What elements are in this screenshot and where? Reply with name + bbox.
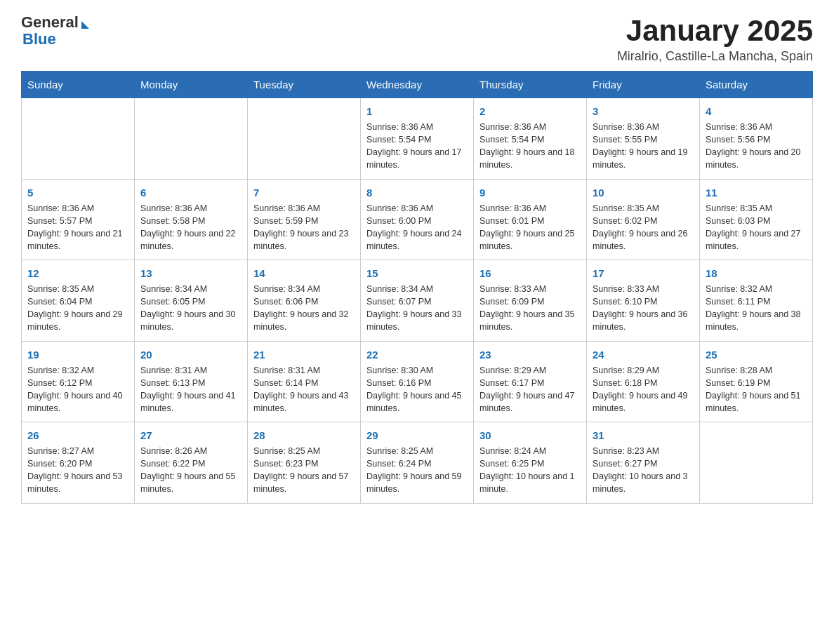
- logo-general-text: General: [21, 14, 79, 31]
- day-cell-4: 4Sunrise: 8:36 AM Sunset: 5:56 PM Daylig…: [700, 98, 813, 180]
- day-number: 3: [593, 104, 694, 119]
- empty-cell: [22, 98, 135, 180]
- day-info: Sunrise: 8:24 AM Sunset: 6:25 PM Dayligh…: [479, 445, 581, 496]
- day-number: 31: [593, 428, 694, 443]
- week-row-2: 5Sunrise: 8:36 AM Sunset: 5:57 PM Daylig…: [22, 179, 813, 260]
- day-cell-15: 15Sunrise: 8:34 AM Sunset: 6:07 PM Dayli…: [361, 260, 474, 342]
- logo-blue-text: Blue: [22, 31, 89, 48]
- header-saturday: Saturday: [700, 72, 813, 98]
- day-number: 14: [253, 266, 355, 281]
- day-cell-30: 30Sunrise: 8:24 AM Sunset: 6:25 PM Dayli…: [474, 422, 587, 504]
- calendar-table: SundayMondayTuesdayWednesdayThursdayFrid…: [21, 71, 813, 504]
- title-block: January 2025 Miralrio, Castille-La Manch…: [617, 14, 813, 64]
- header-monday: Monday: [135, 72, 248, 98]
- day-cell-5: 5Sunrise: 8:36 AM Sunset: 5:57 PM Daylig…: [22, 179, 135, 260]
- day-number: 4: [706, 104, 807, 119]
- day-cell-19: 19Sunrise: 8:32 AM Sunset: 6:12 PM Dayli…: [22, 341, 135, 422]
- day-cell-6: 6Sunrise: 8:36 AM Sunset: 5:58 PM Daylig…: [135, 179, 248, 260]
- day-cell-25: 25Sunrise: 8:28 AM Sunset: 6:19 PM Dayli…: [700, 341, 813, 422]
- empty-cell: [248, 98, 361, 180]
- day-info: Sunrise: 8:36 AM Sunset: 5:56 PM Dayligh…: [706, 121, 807, 172]
- day-number: 19: [27, 347, 128, 362]
- day-info: Sunrise: 8:36 AM Sunset: 5:57 PM Dayligh…: [27, 202, 128, 253]
- day-number: 25: [706, 347, 807, 362]
- day-cell-7: 7Sunrise: 8:36 AM Sunset: 5:59 PM Daylig…: [248, 179, 361, 260]
- week-row-4: 19Sunrise: 8:32 AM Sunset: 6:12 PM Dayli…: [22, 341, 813, 422]
- day-number: 28: [253, 428, 355, 443]
- day-info: Sunrise: 8:29 AM Sunset: 6:18 PM Dayligh…: [593, 364, 694, 415]
- day-number: 16: [479, 266, 581, 281]
- day-number: 1: [366, 104, 468, 119]
- day-number: 8: [366, 185, 468, 200]
- day-number: 10: [593, 185, 694, 200]
- day-cell-27: 27Sunrise: 8:26 AM Sunset: 6:22 PM Dayli…: [135, 422, 248, 504]
- day-info: Sunrise: 8:33 AM Sunset: 6:10 PM Dayligh…: [593, 283, 694, 334]
- day-number: 21: [253, 347, 355, 362]
- day-info: Sunrise: 8:25 AM Sunset: 6:24 PM Dayligh…: [366, 445, 468, 496]
- day-cell-8: 8Sunrise: 8:36 AM Sunset: 6:00 PM Daylig…: [361, 179, 474, 260]
- day-info: Sunrise: 8:32 AM Sunset: 6:12 PM Dayligh…: [27, 364, 128, 415]
- day-number: 29: [366, 428, 468, 443]
- day-cell-11: 11Sunrise: 8:35 AM Sunset: 6:03 PM Dayli…: [700, 179, 813, 260]
- day-info: Sunrise: 8:26 AM Sunset: 6:22 PM Dayligh…: [140, 445, 241, 496]
- day-info: Sunrise: 8:36 AM Sunset: 6:01 PM Dayligh…: [479, 202, 581, 253]
- day-cell-12: 12Sunrise: 8:35 AM Sunset: 6:04 PM Dayli…: [22, 260, 135, 342]
- day-info: Sunrise: 8:30 AM Sunset: 6:16 PM Dayligh…: [366, 364, 468, 415]
- day-info: Sunrise: 8:36 AM Sunset: 5:54 PM Dayligh…: [479, 121, 581, 172]
- logo: General Blue: [21, 14, 89, 48]
- day-cell-2: 2Sunrise: 8:36 AM Sunset: 5:54 PM Daylig…: [474, 98, 587, 180]
- day-info: Sunrise: 8:35 AM Sunset: 6:03 PM Dayligh…: [706, 202, 807, 253]
- day-info: Sunrise: 8:36 AM Sunset: 5:54 PM Dayligh…: [366, 121, 468, 172]
- day-cell-28: 28Sunrise: 8:25 AM Sunset: 6:23 PM Dayli…: [248, 422, 361, 504]
- page-subtitle: Miralrio, Castille-La Mancha, Spain: [617, 49, 813, 64]
- day-number: 13: [140, 266, 241, 281]
- header-thursday: Thursday: [474, 72, 587, 98]
- day-cell-13: 13Sunrise: 8:34 AM Sunset: 6:05 PM Dayli…: [135, 260, 248, 342]
- day-info: Sunrise: 8:23 AM Sunset: 6:27 PM Dayligh…: [593, 445, 694, 496]
- header-wednesday: Wednesday: [361, 72, 474, 98]
- day-info: Sunrise: 8:32 AM Sunset: 6:11 PM Dayligh…: [706, 283, 807, 334]
- day-cell-16: 16Sunrise: 8:33 AM Sunset: 6:09 PM Dayli…: [474, 260, 587, 342]
- day-cell-22: 22Sunrise: 8:30 AM Sunset: 6:16 PM Dayli…: [361, 341, 474, 422]
- day-info: Sunrise: 8:35 AM Sunset: 6:04 PM Dayligh…: [27, 283, 128, 334]
- day-number: 5: [27, 185, 128, 200]
- day-number: 18: [706, 266, 807, 281]
- empty-cell: [700, 422, 813, 504]
- day-number: 9: [479, 185, 581, 200]
- day-cell-24: 24Sunrise: 8:29 AM Sunset: 6:18 PM Dayli…: [587, 341, 700, 422]
- day-info: Sunrise: 8:27 AM Sunset: 6:20 PM Dayligh…: [27, 445, 128, 496]
- day-number: 20: [140, 347, 241, 362]
- page-title: January 2025: [617, 14, 813, 48]
- day-info: Sunrise: 8:35 AM Sunset: 6:02 PM Dayligh…: [593, 202, 694, 253]
- day-number: 24: [593, 347, 694, 362]
- day-cell-20: 20Sunrise: 8:31 AM Sunset: 6:13 PM Dayli…: [135, 341, 248, 422]
- day-cell-18: 18Sunrise: 8:32 AM Sunset: 6:11 PM Dayli…: [700, 260, 813, 342]
- calendar-header-row: SundayMondayTuesdayWednesdayThursdayFrid…: [22, 72, 813, 98]
- day-number: 6: [140, 185, 241, 200]
- day-number: 15: [366, 266, 468, 281]
- day-info: Sunrise: 8:36 AM Sunset: 5:59 PM Dayligh…: [253, 202, 355, 253]
- header-friday: Friday: [587, 72, 700, 98]
- day-info: Sunrise: 8:25 AM Sunset: 6:23 PM Dayligh…: [253, 445, 355, 496]
- day-cell-9: 9Sunrise: 8:36 AM Sunset: 6:01 PM Daylig…: [474, 179, 587, 260]
- day-number: 22: [366, 347, 468, 362]
- day-number: 26: [27, 428, 128, 443]
- day-cell-21: 21Sunrise: 8:31 AM Sunset: 6:14 PM Dayli…: [248, 341, 361, 422]
- day-cell-17: 17Sunrise: 8:33 AM Sunset: 6:10 PM Dayli…: [587, 260, 700, 342]
- day-number: 23: [479, 347, 581, 362]
- day-info: Sunrise: 8:33 AM Sunset: 6:09 PM Dayligh…: [479, 283, 581, 334]
- day-number: 12: [27, 266, 128, 281]
- day-cell-31: 31Sunrise: 8:23 AM Sunset: 6:27 PM Dayli…: [587, 422, 700, 504]
- week-row-3: 12Sunrise: 8:35 AM Sunset: 6:04 PM Dayli…: [22, 260, 813, 342]
- day-number: 17: [593, 266, 694, 281]
- day-cell-10: 10Sunrise: 8:35 AM Sunset: 6:02 PM Dayli…: [587, 179, 700, 260]
- day-number: 2: [479, 104, 581, 119]
- day-cell-23: 23Sunrise: 8:29 AM Sunset: 6:17 PM Dayli…: [474, 341, 587, 422]
- day-info: Sunrise: 8:31 AM Sunset: 6:13 PM Dayligh…: [140, 364, 241, 415]
- page-header: General Blue January 2025 Miralrio, Cast…: [21, 14, 813, 64]
- header-tuesday: Tuesday: [248, 72, 361, 98]
- day-info: Sunrise: 8:34 AM Sunset: 6:05 PM Dayligh…: [140, 283, 241, 334]
- week-row-1: 1Sunrise: 8:36 AM Sunset: 5:54 PM Daylig…: [22, 98, 813, 180]
- day-info: Sunrise: 8:34 AM Sunset: 6:07 PM Dayligh…: [366, 283, 468, 334]
- day-cell-26: 26Sunrise: 8:27 AM Sunset: 6:20 PM Dayli…: [22, 422, 135, 504]
